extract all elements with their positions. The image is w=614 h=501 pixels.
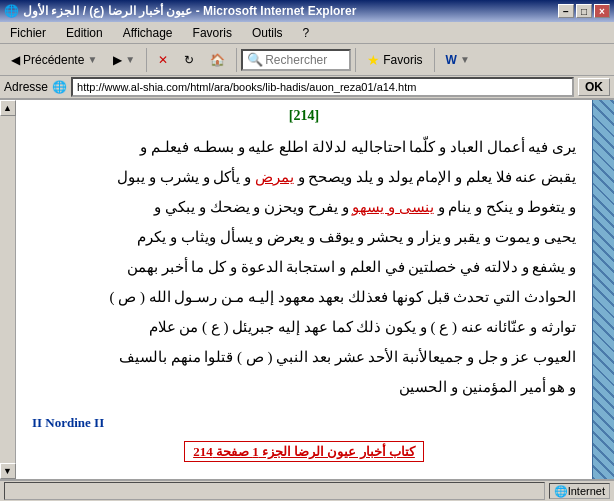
bottom-book-link[interactable]: كتاب أخبار عيون الرضا الجزء 1 صفحة 214: [184, 441, 424, 462]
back-arrow-icon: ◀: [11, 53, 20, 67]
back-button[interactable]: ◀ Précédente ▼: [4, 47, 104, 73]
arabic-line-6: الحوادث التي تحدث قبل كونها فعذلك بعهد م…: [32, 282, 576, 312]
w-icon: W: [446, 53, 457, 67]
page-content: [214] يرى فيه أعمال العباد و كلّما احتاج…: [16, 100, 592, 479]
arabic-text-block: يرى فيه أعمال العباد و كلّما احتاجاليه ل…: [32, 132, 576, 436]
w-dropdown-icon: ▼: [460, 54, 470, 65]
arabic-line-2: يقبض عنه فلا يعلم و الإمام يولد و يلد وي…: [32, 162, 576, 192]
menu-affichage[interactable]: Affichage: [117, 24, 179, 42]
arabic-line-4: يحيى و يموت و يقبر و يزار و يحشر و يوقف …: [32, 222, 576, 252]
arabic-line-8: العيوب عز و جل و جميعالأنبة الأحد عشر بع…: [32, 342, 576, 372]
zone-indicator: 🌐 Internet: [549, 483, 610, 499]
maximize-button[interactable]: □: [576, 4, 592, 18]
refresh-button[interactable]: ↻: [177, 47, 201, 73]
page-number: [214]: [32, 108, 576, 124]
menu-help[interactable]: ?: [297, 24, 316, 42]
favorites-star-icon: ★: [367, 52, 380, 68]
status-text: [4, 482, 545, 500]
menu-favoris[interactable]: Favoris: [187, 24, 238, 42]
arabic-line-5: و يشفع و دلالته في خصلتين في العلم و است…: [32, 252, 576, 282]
forward-button[interactable]: ▶ ▼: [106, 47, 142, 73]
arabic-line-7: توارثه و عنّائانه عنه ( ع ) و يكون ذلك ك…: [32, 312, 576, 342]
menu-fichier[interactable]: Fichier: [4, 24, 52, 42]
menu-outils[interactable]: Outils: [246, 24, 289, 42]
toolbar: ◀ Précédente ▼ ▶ ▼ ✕ ↻ 🏠 🔍 ★ Favoris W ▼: [0, 44, 614, 76]
search-icon: 🔍: [247, 52, 263, 67]
nordine-label: II Nordine II: [32, 410, 104, 436]
address-label: Adresse: [4, 80, 48, 94]
scroll-up-arrow[interactable]: ▲: [0, 100, 16, 116]
favorites-label: Favoris: [383, 53, 422, 67]
minimize-button[interactable]: −: [558, 4, 574, 18]
go-button[interactable]: OK: [578, 78, 610, 96]
w-button[interactable]: W ▼: [439, 47, 477, 73]
home-button[interactable]: 🏠: [203, 47, 232, 73]
forward-icon: ▶: [113, 53, 122, 67]
window-icon: 🌐: [4, 4, 19, 18]
underline-yamrad: يمرض: [255, 169, 294, 185]
scroll-down-arrow[interactable]: ▼: [0, 463, 16, 479]
refresh-icon: ↻: [184, 53, 194, 67]
menu-bar: Fichier Edition Affichage Favoris Outils…: [0, 22, 614, 44]
back-label: Précédente: [23, 53, 84, 67]
arabic-line-1: يرى فيه أعمال العباد و كلّما احتاجاليه ل…: [32, 132, 576, 162]
toolbar-separator-4: [434, 48, 435, 72]
zone-globe-icon: 🌐: [554, 485, 568, 498]
home-icon: 🏠: [210, 53, 225, 67]
search-box[interactable]: 🔍: [241, 49, 351, 71]
title-bar: 🌐 عيون أخبار الرضا (ع) / الجزء الأول - M…: [0, 0, 614, 22]
window-title: عيون أخبار الرضا (ع) / الجزء الأول - Mic…: [23, 4, 356, 18]
address-globe-icon: 🌐: [52, 80, 67, 94]
close-button[interactable]: ×: [594, 4, 610, 18]
vertical-scrollbar[interactable]: ▲ ▼: [0, 100, 16, 479]
arabic-line-9: و هو أمير المؤمنين و الحسين: [32, 372, 576, 402]
forward-dropdown-icon: ▼: [125, 54, 135, 65]
status-bar: 🌐 Internet: [0, 479, 614, 501]
zone-label: Internet: [568, 485, 605, 497]
toolbar-separator-2: [236, 48, 237, 72]
stop-icon: ✕: [158, 53, 168, 67]
favorites-button[interactable]: ★ Favoris: [360, 47, 429, 73]
content-area: ▲ ▼ [214] يرى فيه أعمال العباد و كلّما ا…: [0, 100, 614, 479]
menu-edition[interactable]: Edition: [60, 24, 109, 42]
search-input[interactable]: [265, 53, 345, 67]
underline-yansa: ينسى و يسهو: [352, 199, 434, 215]
arabic-line-3: و يتغوط و ينكح و ينام و ينسى و يسهو و يف…: [32, 192, 576, 222]
toolbar-separator-3: [355, 48, 356, 72]
stop-button[interactable]: ✕: [151, 47, 175, 73]
toolbar-separator-1: [146, 48, 147, 72]
address-input[interactable]: [71, 77, 574, 97]
back-dropdown-icon: ▼: [87, 54, 97, 65]
address-bar: Adresse 🌐 OK: [0, 76, 614, 100]
right-decorative-border: [592, 100, 614, 479]
